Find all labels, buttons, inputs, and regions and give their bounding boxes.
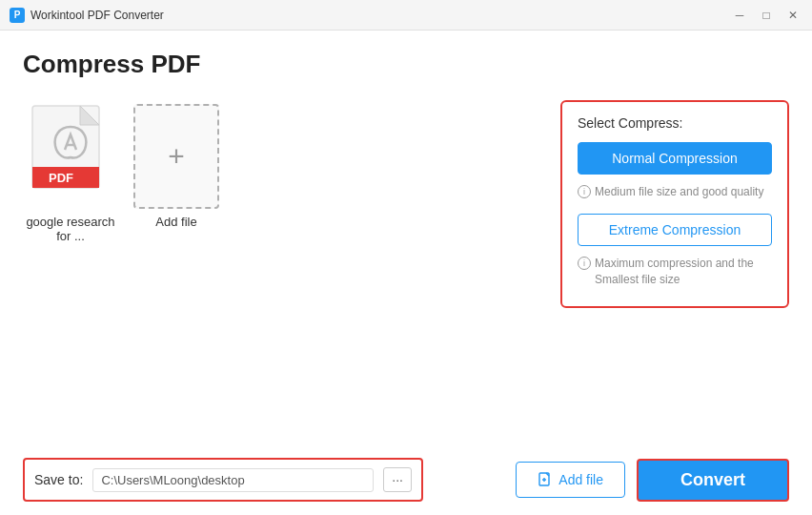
info-icon-extreme: i	[578, 257, 591, 270]
extreme-compression-button[interactable]: Extreme Compression	[578, 214, 772, 246]
plus-icon: +	[168, 140, 185, 173]
add-file-button[interactable]: Add file	[516, 462, 625, 498]
add-file-icon	[538, 472, 553, 487]
maximize-button[interactable]: □	[755, 6, 778, 25]
title-bar-left: P Workintool PDF Converter	[10, 8, 164, 23]
content-area: PDF google research for ... +	[23, 96, 789, 444]
info-icon-normal: i	[578, 185, 591, 198]
add-file-btn-label: Add file	[558, 472, 603, 487]
title-bar: P Workintool PDF Converter ─ □ ✕	[0, 0, 812, 31]
save-to-label: Save to:	[34, 472, 83, 487]
add-file-box: +	[133, 104, 219, 209]
add-file-label: Add file	[155, 215, 196, 229]
convert-button[interactable]: Convert	[637, 459, 789, 502]
compress-panel: Select Compress: Normal Compression i Me…	[560, 100, 789, 308]
file-area: PDF google research for ... +	[23, 96, 541, 444]
browse-button[interactable]: ···	[383, 467, 412, 492]
minimize-button[interactable]: ─	[728, 6, 751, 25]
app-title: Workintool PDF Converter	[30, 9, 164, 22]
normal-compression-desc: i Medium file size and good quality	[578, 182, 772, 206]
close-button[interactable]: ✕	[782, 6, 804, 25]
normal-desc-text: Medium file size and good quality	[595, 184, 763, 200]
title-bar-controls: ─ □ ✕	[728, 6, 804, 25]
file-icon-wrapper: PDF	[28, 104, 113, 209]
main-content: Compress PDF	[0, 31, 812, 515]
app-icon: P	[10, 8, 25, 23]
file-card[interactable]: PDF google research for ...	[23, 104, 118, 243]
file-name-label: google research for ...	[23, 215, 118, 243]
normal-compression-button[interactable]: Normal Compression	[578, 142, 772, 175]
add-file-card[interactable]: + Add file	[133, 104, 219, 229]
extreme-desc-text: Maximum compression and the Smallest fil…	[595, 256, 772, 288]
bottom-actions: Add file Convert	[516, 459, 789, 502]
pdf-file-icon: PDF	[28, 104, 113, 209]
save-to-group: Save to: ···	[23, 458, 423, 502]
compress-panel-title: Select Compress:	[578, 115, 772, 131]
bottom-bar: Save to: ··· Add file Convert	[23, 444, 789, 515]
extreme-compression-desc: i Maximum compression and the Smallest f…	[578, 254, 772, 294]
svg-text:PDF: PDF	[49, 171, 73, 185]
save-path-input[interactable]	[92, 468, 374, 492]
page-title: Compress PDF	[23, 50, 789, 79]
